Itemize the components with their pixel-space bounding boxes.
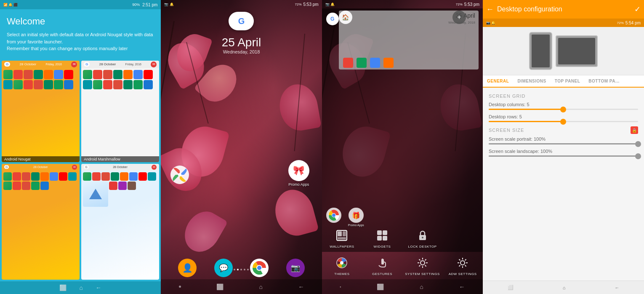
- apps-area-1: [2, 68, 80, 91]
- tab-general[interactable]: GENERAL: [483, 75, 513, 88]
- date-bar-2: G 28 October Friday, 2016 ✉: [81, 61, 159, 68]
- movies-m: [133, 70, 143, 79]
- recent-icon-3[interactable]: ⬜: [377, 283, 384, 290]
- back-icon-1[interactable]: ←: [96, 284, 101, 291]
- back-icon-4[interactable]: ←: [615, 285, 619, 290]
- gmail-icon-2: [24, 80, 33, 89]
- hangouts-m: [133, 80, 143, 89]
- check-button[interactable]: ✓: [634, 5, 641, 14]
- date-bar-3: G 28 October ✉: [2, 164, 80, 171]
- slider-thumb-portrait[interactable]: [635, 141, 641, 147]
- apps-area-4: [81, 171, 159, 208]
- theme-card-marshmallow[interactable]: G 28 October Friday, 2016 ✉: [81, 61, 159, 162]
- toolbar-title: Desktop configuration: [497, 5, 631, 13]
- context-top-icons: 🏠 +: [322, 11, 483, 24]
- screen-size-section: SCREEN SIZE 🔒: [489, 126, 638, 134]
- theme-card-3[interactable]: G 28 October ✉: [2, 164, 80, 280]
- nougat-label: Android Nougat: [2, 156, 80, 162]
- recent-icon-4[interactable]: ⬜: [508, 285, 514, 290]
- play-m2: [123, 80, 133, 89]
- desktop-columns-slider[interactable]: [489, 109, 638, 110]
- desktop-columns-row: Desktop columns: 5: [489, 102, 638, 110]
- themes-label: THEMES: [334, 272, 349, 276]
- desktop-rows-slider[interactable]: [489, 121, 638, 122]
- google-search-bar[interactable]: G: [229, 12, 254, 30]
- status-left-icons-1: 📶 🔔 ⬛: [3, 3, 18, 7]
- landscape-scale-slider[interactable]: [489, 155, 638, 157]
- portrait-scale-row: Screen scale portrait: 100%: [489, 136, 638, 144]
- maps-icon: [3, 70, 13, 79]
- home-context-icon[interactable]: 🏠: [339, 11, 352, 24]
- svg-rect-10: [343, 231, 346, 236]
- action-wallpapers[interactable]: WALLPAPERS: [322, 225, 362, 252]
- date-1: 28 October: [20, 62, 37, 66]
- maps-m2: [93, 80, 102, 89]
- slider-fill-columns: [489, 109, 564, 110]
- device-preview: [483, 27, 644, 75]
- chrome-dock-icon[interactable]: [250, 259, 269, 277]
- bottom-dock: 👤 💬 📷: [161, 259, 322, 277]
- themes-grid: G 28 October Friday, 2016 ✉: [0, 59, 161, 282]
- contacts-dock-icon[interactable]: 👤: [178, 259, 197, 277]
- phone-preview: [529, 32, 552, 70]
- apps-area-2: [81, 68, 159, 91]
- status-bar-4: 📷 🔔 72% 5:54 pm: [483, 19, 644, 27]
- camera-dock-icon[interactable]: 📷: [286, 259, 305, 277]
- books-icon: [3, 80, 13, 89]
- action-adw-settings[interactable]: ADW SETTINGS: [442, 252, 483, 279]
- home-icon-4[interactable]: ⌂: [563, 285, 566, 290]
- slider-thumb-columns[interactable]: [560, 107, 566, 112]
- svg-point-1: [178, 173, 181, 176]
- music-icon: [44, 70, 53, 79]
- action-lock[interactable]: LOCK DESKTOP: [402, 225, 443, 252]
- youtube-m: [144, 70, 153, 79]
- back-button[interactable]: ←: [486, 5, 494, 14]
- tab-top-panel[interactable]: TOP PANEL: [551, 75, 585, 88]
- actions-row-1: WALLPAPERS WIDGETS: [322, 225, 483, 252]
- recent-icon-1[interactable]: ⬜: [59, 284, 67, 291]
- time-1: 2:51 pm: [142, 3, 157, 7]
- action-themes[interactable]: THEMES: [322, 252, 362, 279]
- home-icon-1[interactable]: ⌂: [79, 284, 82, 291]
- promo-apps-icon[interactable]: 🎀 Promo Apps: [288, 160, 309, 187]
- recent-icon-2[interactable]: ⬜: [216, 283, 224, 290]
- time-4: 5:54 pm: [625, 21, 641, 25]
- themes-icon: [334, 255, 349, 270]
- play-m: [113, 70, 122, 79]
- tab-dimensions[interactable]: DIMENSIONS: [513, 75, 550, 88]
- theme-card-nougat[interactable]: G 28 October Friday, 2016 ✉: [2, 61, 80, 162]
- welcome-text: Select an initial style with default dat…: [7, 31, 154, 52]
- widgets-label: WIDGETS: [374, 245, 391, 249]
- portrait-scale-slider[interactable]: [489, 143, 638, 144]
- welcome-title: Welcome: [7, 16, 154, 27]
- home-icon-2[interactable]: ⌂: [259, 283, 262, 290]
- theme-card-4[interactable]: G 28 October ✉: [81, 164, 159, 280]
- chrome-icon-svg: [253, 261, 266, 275]
- gplus-icon-2: [34, 80, 43, 89]
- books-m: [83, 80, 92, 89]
- add-context-icon[interactable]: +: [452, 11, 466, 24]
- back-icon-3[interactable]: ←: [459, 283, 465, 290]
- slider-fill-landscape: [489, 155, 638, 157]
- status-icons-2: 📷 🔔: [164, 3, 173, 6]
- action-system-settings[interactable]: SYSTEM SETTINGS: [402, 252, 443, 279]
- svg-point-19: [340, 261, 343, 265]
- marshmallow-label: Android Marshmallow: [81, 156, 159, 162]
- status-bar-3: 📷 🔔 72% 5:53 pm: [322, 0, 483, 8]
- back-icon-2[interactable]: ←: [298, 283, 304, 290]
- messages-dock-icon[interactable]: 💬: [214, 259, 233, 277]
- tab-bottom-panel[interactable]: BOTTOM PA...: [584, 75, 623, 88]
- slider-thumb-rows[interactable]: [560, 119, 566, 125]
- promo-icon-circle: 🎀: [288, 160, 309, 181]
- adw-icon[interactable]: [169, 164, 190, 185]
- slider-thumb-landscape[interactable]: [635, 153, 641, 159]
- action-widgets[interactable]: WIDGETS: [362, 225, 402, 252]
- action-gestures[interactable]: GESTURES: [362, 252, 402, 279]
- screen-grid-title: SCREEN GRID: [489, 94, 638, 99]
- config-tabs: GENERAL DIMENSIONS TOP PANEL BOTTOM PA..…: [483, 75, 644, 88]
- action-placeholder: [442, 225, 483, 252]
- apps-area-3: [2, 171, 80, 192]
- status-icons-4: 📷 🔔: [486, 21, 495, 25]
- wallpapers-icon: [334, 228, 349, 243]
- home-icon-3[interactable]: ⌂: [420, 283, 423, 290]
